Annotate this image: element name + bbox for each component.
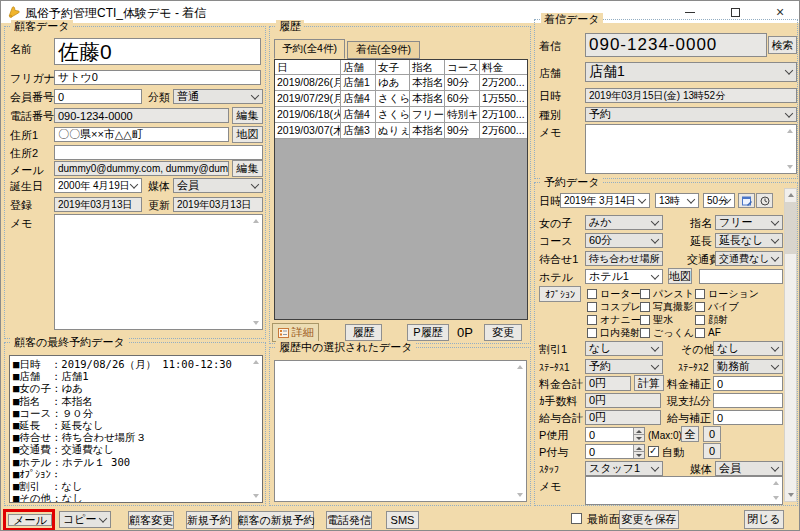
email-field[interactable]: dummy0@dummy.com, dummy@dummy.com [54,161,229,176]
option-checkbox-item[interactable]: ごっくん [640,326,695,339]
option-checkbox-item[interactable]: 顔射 [695,313,783,326]
salary-adjust-field[interactable]: 0 [713,410,783,425]
customer-media-select[interactable]: 会員 [173,178,263,193]
tab-reservations[interactable]: 予約(全4件) [274,39,345,59]
hotel-select[interactable]: ホテル1 [585,269,663,284]
course-select[interactable]: 60分 [585,233,663,248]
history-table-row[interactable]: 2019/06/18(火)店舗4さくらフリー特別キ..2万100... [275,107,527,123]
option-checkbox-item[interactable]: オナニー [587,313,640,326]
customer-memo-textarea[interactable] [54,214,263,330]
fee-total-field[interactable]: 0円 [585,376,631,391]
option-checkbox-item[interactable]: 聖水 [640,313,695,326]
furigana-field[interactable]: サトウ0 [54,70,261,85]
member-no-field[interactable]: 0 [54,89,142,104]
address1-field[interactable]: 〇〇県××市△△町 [54,127,229,142]
detail-button[interactable]: 詳細 [272,323,319,342]
hotel-extra-field[interactable] [699,269,783,284]
calc-button[interactable]: 計算 [634,375,664,391]
p-use-spinner[interactable]: 0 [585,427,645,442]
option-checkbox[interactable] [695,302,705,312]
copy-select[interactable]: コピー [59,511,111,528]
p-all-button[interactable]: 全 [681,426,699,442]
option-checkbox[interactable] [587,328,597,338]
option-checkbox-item[interactable]: 写真撮影 [640,300,695,313]
reservation-memo-textarea[interactable] [585,476,783,505]
history-table-row[interactable]: 2019/03/07(木)店舗3ぬりぇ本指名90分2万600... [275,123,527,139]
status1-select[interactable]: 予約 [585,359,663,374]
spinner-down-button[interactable] [633,435,644,442]
hotel-map-button[interactable]: 地図 [668,268,692,284]
scrollbar-thumb[interactable] [785,202,796,254]
mail-button[interactable]: メール [8,514,52,526]
option-checkbox[interactable] [640,315,650,325]
p-grant-spinner[interactable]: 0 [585,444,645,459]
type-select[interactable]: 予約 [585,107,797,122]
option-checkbox-item[interactable]: パンスト [640,287,695,300]
selected-history-textarea[interactable] [274,360,527,502]
address2-field[interactable] [54,145,263,160]
meeting-select[interactable]: 待ち合わせ場所 [585,251,663,266]
call-button[interactable]: 電話発信 [326,511,372,529]
registered-field[interactable]: 2019年03月13日 [54,197,142,212]
option-checkbox-item[interactable]: ローション [695,287,783,300]
last-reservation-list[interactable]: ■日時 ：2019/08/26（月） 11:00-12:30■店舗 ：店舗1■女… [9,355,263,503]
save-button[interactable]: 変更を保存 [619,510,679,529]
option-checkbox[interactable] [587,289,597,299]
history-table[interactable]: 日店舗女子指名コース料金2019/08/26(月)店舗1ゆあ本指名90分2万20… [274,59,528,320]
scroll-down-button[interactable] [785,489,796,501]
email-edit-button[interactable]: 編集 [232,160,263,177]
option-checkbox-item[interactable]: ローター [587,287,640,300]
option-checkbox[interactable] [695,315,705,325]
auto-checkbox[interactable] [648,446,659,457]
p-history-button[interactable]: P履歴 [407,324,449,341]
salary-total-field[interactable]: 0円 [585,410,661,425]
shimei-select[interactable]: フリー [715,215,783,230]
sms-button[interactable]: SMS [386,511,419,529]
new-reservation-button[interactable]: 新規予約 [186,511,232,529]
cash-field[interactable] [713,393,783,408]
fee-adjust-field[interactable]: 0 [713,376,783,391]
history-table-row[interactable]: 2019/08/26(月)店舗1ゆあ本指名90分2万200... [275,75,527,91]
minute-select[interactable]: 50分 [703,193,735,208]
reservation-scrollbar[interactable] [784,188,797,502]
discount-select[interactable]: なし [585,341,663,356]
topmost-checkbox[interactable] [571,513,582,524]
phone-edit-button[interactable]: 編集 [232,107,263,124]
scroll-up-button[interactable] [785,189,796,201]
shop-select[interactable]: 店舗1 [585,62,797,82]
phone-field[interactable]: 090-1234-0000 [54,108,229,123]
search-button[interactable]: 検索 [768,36,797,54]
option-checkbox[interactable] [695,289,705,299]
p-use-zero-button[interactable]: 0 [703,426,721,442]
option-button[interactable]: ｵﾌﾟｼｮﾝ [539,286,581,302]
option-checkbox[interactable] [640,302,650,312]
history-button[interactable]: 履歴 [345,324,382,341]
hour-select[interactable]: 13時 [655,193,699,208]
extension-select[interactable]: 延長なし [715,233,783,248]
reservation-media-select[interactable]: 会員 [715,461,783,476]
tab-incoming-calls[interactable]: 着信(全9件) [347,41,420,59]
customer-new-reservation-button[interactable]: 顧客の新規予約 [238,511,314,529]
option-checkbox-item[interactable]: 口内発射 [587,326,640,339]
incoming-memo-textarea[interactable] [585,124,797,174]
option-checkbox-item[interactable]: コスプレ [587,300,640,313]
option-checkbox[interactable] [640,289,650,299]
option-checkbox[interactable] [695,328,705,338]
option-checkbox-item[interactable]: AF [695,326,783,339]
card-fee-field[interactable]: 0円 [585,393,661,408]
time-reset-button[interactable] [756,193,773,208]
spinner-down-button[interactable] [633,452,644,459]
incoming-datetime-field[interactable]: 2019年03月15日(金) 13時52分 [585,88,797,103]
status2-select[interactable]: 勤務前 [713,359,783,374]
transport-select[interactable]: 交通費なし [715,251,783,266]
other-select[interactable]: なし [713,341,783,356]
option-checkbox[interactable] [587,302,597,312]
history-table-row[interactable]: 2019/07/29(月)店舗4さくら本指名60分1万550... [275,91,527,107]
p-grant-zero-button[interactable]: 0 [703,443,721,459]
category-select[interactable]: 普通 [173,89,263,104]
girl-select[interactable]: みか [585,215,663,230]
dialog-close-button[interactable]: 閉じる [744,510,784,529]
customer-change-button[interactable]: 顧客変更 [128,511,174,529]
option-checkbox[interactable] [587,315,597,325]
staff-select[interactable]: スタッフ1 [585,461,663,476]
